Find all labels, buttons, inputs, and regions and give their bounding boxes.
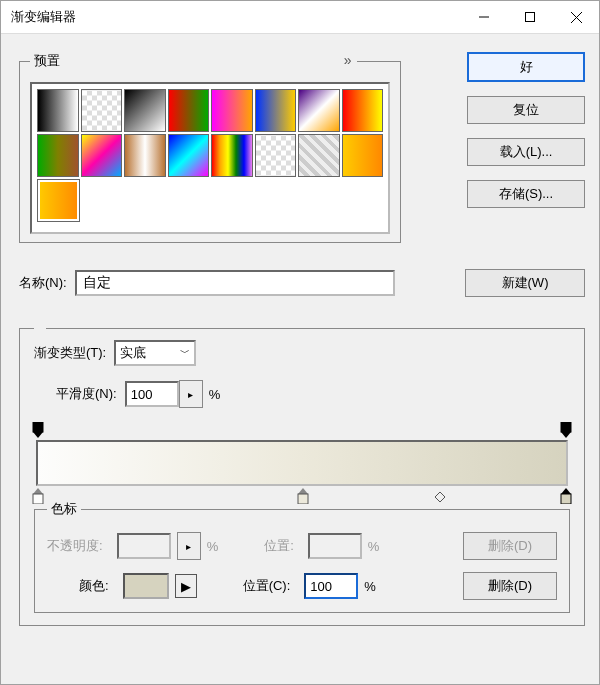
percent-label: % bbox=[364, 579, 376, 594]
save-button[interactable]: 存储(S)... bbox=[467, 180, 585, 208]
svg-rect-1 bbox=[526, 13, 535, 22]
minimize-button[interactable] bbox=[461, 1, 507, 33]
window-title: 渐变编辑器 bbox=[11, 8, 461, 26]
preset-swatch[interactable] bbox=[255, 89, 297, 132]
color-picker-button[interactable]: ▶ bbox=[175, 574, 197, 598]
svg-rect-11 bbox=[298, 494, 308, 504]
svg-marker-10 bbox=[298, 488, 308, 494]
opacity-stepper: ▸ bbox=[177, 532, 201, 560]
close-button[interactable] bbox=[553, 1, 599, 33]
preset-swatch[interactable] bbox=[211, 134, 253, 177]
svg-rect-6 bbox=[561, 422, 571, 432]
color-stop[interactable] bbox=[560, 488, 572, 500]
presets-fieldset: 预置 » bbox=[19, 52, 401, 243]
svg-marker-7 bbox=[561, 432, 571, 438]
preset-swatch[interactable] bbox=[298, 134, 340, 177]
preset-swatch[interactable] bbox=[342, 89, 384, 132]
gradient-track[interactable] bbox=[36, 440, 568, 486]
reset-button[interactable]: 复位 bbox=[467, 96, 585, 124]
gradient-editor-window: 渐变编辑器 预置 » bbox=[0, 0, 600, 685]
preset-swatch[interactable] bbox=[298, 89, 340, 132]
name-label: 名称(N): bbox=[19, 274, 67, 292]
preset-swatch[interactable] bbox=[124, 89, 166, 132]
opacity-input bbox=[117, 533, 171, 559]
opacity-location-input bbox=[308, 533, 362, 559]
color-location-label: 位置(C): bbox=[243, 577, 291, 595]
preset-swatch[interactable] bbox=[81, 89, 123, 132]
svg-marker-13 bbox=[561, 488, 571, 494]
side-buttons: 好 复位 载入(L)... 存储(S)... bbox=[467, 52, 585, 208]
color-stop[interactable] bbox=[297, 488, 309, 500]
preset-swatch[interactable] bbox=[37, 179, 80, 222]
titlebar: 渐变编辑器 bbox=[1, 1, 599, 34]
delete-color-button[interactable]: 删除(D) bbox=[463, 572, 557, 600]
percent-label: % bbox=[209, 387, 221, 402]
chevron-down-icon: ﹀ bbox=[180, 346, 190, 360]
gradient-type-label: 渐变类型(T): bbox=[34, 344, 106, 362]
preset-swatch[interactable] bbox=[168, 89, 210, 132]
midpoint-icon[interactable] bbox=[435, 490, 445, 500]
smoothness-label: 平滑度(N): bbox=[56, 385, 117, 403]
percent-label: % bbox=[207, 539, 219, 554]
opacity-label: 不透明度: bbox=[47, 537, 103, 555]
stops-fieldset: 色标 不透明度: ▸ % 位置: % 删除(D) 颜色: ▶ 位置(C): bbox=[34, 500, 570, 613]
presets-expand-icon[interactable]: » bbox=[344, 52, 354, 68]
svg-rect-9 bbox=[33, 494, 43, 504]
smoothness-stepper[interactable]: ▸ bbox=[179, 380, 203, 408]
ok-button[interactable]: 好 bbox=[467, 52, 585, 82]
percent-label: % bbox=[368, 539, 380, 554]
svg-rect-4 bbox=[33, 422, 43, 432]
svg-marker-5 bbox=[33, 432, 43, 438]
new-button[interactable]: 新建(W) bbox=[465, 269, 585, 297]
preset-swatch[interactable] bbox=[81, 134, 123, 177]
delete-opacity-button: 删除(D) bbox=[463, 532, 557, 560]
name-input[interactable] bbox=[75, 270, 395, 296]
color-stop[interactable] bbox=[32, 488, 44, 500]
preset-swatch[interactable] bbox=[37, 89, 79, 132]
load-button[interactable]: 载入(L)... bbox=[467, 138, 585, 166]
gradient-fieldset: . 渐变类型(T): 实底 ﹀ 平滑度(N): ▸ % bbox=[19, 321, 585, 626]
maximize-button[interactable] bbox=[507, 1, 553, 33]
preset-grid[interactable] bbox=[30, 82, 390, 234]
color-swatch[interactable] bbox=[123, 573, 169, 599]
preset-swatch[interactable] bbox=[211, 89, 253, 132]
color-location-input[interactable] bbox=[304, 573, 358, 599]
svg-marker-8 bbox=[33, 488, 43, 494]
smoothness-input[interactable] bbox=[125, 381, 179, 407]
svg-rect-14 bbox=[561, 494, 571, 504]
preset-swatch[interactable] bbox=[168, 134, 210, 177]
opacity-location-label: 位置: bbox=[264, 537, 294, 555]
preset-swatch[interactable] bbox=[124, 134, 166, 177]
color-label: 颜色: bbox=[79, 577, 109, 595]
content-area: 预置 » bbox=[1, 34, 599, 636]
svg-marker-12 bbox=[435, 492, 445, 502]
gradient-bar[interactable] bbox=[36, 440, 568, 482]
presets-legend: 预置 » bbox=[30, 52, 357, 70]
opacity-stop[interactable] bbox=[32, 422, 44, 434]
gradient-type-select[interactable]: 实底 ﹀ bbox=[114, 340, 196, 366]
opacity-stop[interactable] bbox=[560, 422, 572, 434]
preset-swatch[interactable] bbox=[342, 134, 384, 177]
stops-legend: 色标 bbox=[47, 500, 81, 518]
preset-swatch[interactable] bbox=[37, 134, 79, 177]
preset-swatch[interactable] bbox=[255, 134, 297, 177]
